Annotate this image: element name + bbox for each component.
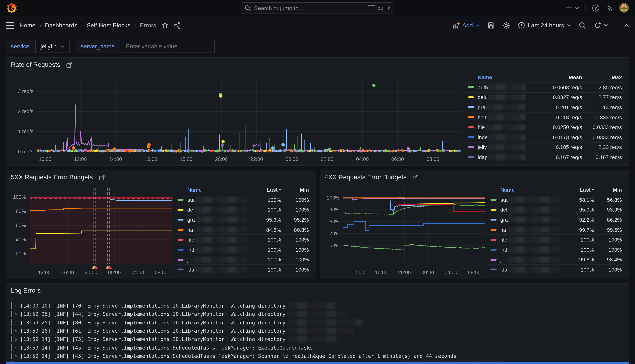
time-range-picker[interactable]: Last 24 hours: [518, 22, 571, 29]
log-level-bar: [11, 344, 13, 351]
legend-row[interactable]: aut100%100%: [175, 195, 311, 205]
chevron-down-icon: [475, 24, 480, 27]
bottom-scroll-indicator[interactable]: [6, 362, 629, 364]
legend-row[interactable]: inde0.0173 req/s0.0333 req/s: [465, 132, 624, 142]
legend-row[interactable]: hle100%100%: [487, 235, 624, 245]
plus-icon: [565, 4, 572, 11]
variable-server-name-input[interactable]: [121, 40, 215, 53]
legend-row[interactable]: ha.t0.118 req/s0.333 req/s: [465, 112, 624, 122]
legend-row[interactable]: hle0.0250 req/s0.0333 req/s: [465, 122, 624, 132]
panel-title: Rate of Requests: [11, 61, 60, 69]
log-expand-caret[interactable]: ›: [15, 303, 17, 309]
log-expand-caret[interactable]: ›: [15, 336, 17, 342]
series-color-chip: [468, 126, 474, 128]
variable-service-value[interactable]: jellyfin: [35, 40, 70, 53]
refresh-button[interactable]: [594, 22, 608, 29]
svg-text:08:00: 08:00: [468, 270, 481, 275]
5xx-error-budget-chart[interactable]: 20%40%60%80%100%12:0016:0020:0000:0004:0…: [7, 184, 175, 277]
external-link-icon[interactable]: [66, 62, 73, 68]
legend-row[interactable]: del95.9%93.9%: [487, 205, 624, 215]
legend-row[interactable]: jell100%100%: [175, 255, 311, 265]
legend-row[interactable]: lda100%100%: [175, 265, 311, 275]
external-link-icon[interactable]: [413, 174, 419, 180]
search-shortcut: ctrl+k: [368, 5, 390, 11]
collapse-chevron-up-icon[interactable]: [624, 24, 629, 27]
avatar[interactable]: [619, 3, 629, 13]
log-expand-caret[interactable]: ›: [15, 344, 17, 350]
log-line[interactable]: ›[13:59:16] [INF] [61] Emby.Server.Imple…: [11, 327, 624, 335]
log-expand-caret[interactable]: ›: [15, 328, 17, 334]
log-expand-caret[interactable]: ›: [15, 353, 17, 359]
svg-text:100%: 100%: [327, 195, 340, 201]
log-line[interactable]: ›[13:59:25] [INF] [44] Emby.Server.Imple…: [11, 310, 624, 318]
panel-header[interactable]: 5XX Requests Error Budgets: [7, 170, 316, 184]
log-text: [13:59:25] [INF] [80] Emby.Server.Implem…: [20, 319, 363, 326]
breadcrumb-folder[interactable]: Self Host Blocks: [87, 22, 130, 29]
legend-row[interactable]: gra95.3%95.2%: [175, 215, 311, 225]
log-expand-caret[interactable]: ›: [15, 319, 17, 325]
rate-legend-table[interactable]: NameMeanMaxauth0.0608 req/s2.85 req/sdel…: [465, 72, 627, 164]
series-color-chip: [178, 219, 184, 221]
legend-row[interactable]: de100%100%: [175, 205, 311, 215]
log-text: [13:59:25] [INF] [44] Emby.Server.Implem…: [20, 311, 349, 318]
zoom-out-icon[interactable]: [579, 22, 586, 29]
panel-header[interactable]: 4XX Requests Error Budgets: [320, 170, 628, 184]
breadcrumb-dashboards[interactable]: Dashboards: [45, 22, 77, 29]
breadcrumb-home[interactable]: Home: [20, 22, 36, 29]
redacted-text: [195, 226, 247, 233]
log-lines: ›[14:00:10] [INF] [70] Emby.Server.Imple…: [7, 298, 628, 364]
legend-row[interactable]: ind100%100%: [487, 245, 624, 255]
legend-row[interactable]: aut58.1%56.8%: [487, 195, 624, 205]
4xx-error-budget-chart[interactable]: 60%70%80%90%100%12:0016:0020:0000:0004:0…: [320, 184, 487, 277]
legend-row[interactable]: auth0.0608 req/s2.85 req/s: [465, 82, 624, 92]
legend-row[interactable]: delu0.0327 req/s2.77 req/s: [465, 92, 624, 102]
external-link-icon[interactable]: [99, 174, 105, 180]
redacted-text: [508, 197, 559, 203]
5xx-legend-table[interactable]: NameLast *Minaut100%100%de100%100%gra95.…: [175, 184, 314, 277]
help-icon[interactable]: ?: [592, 4, 600, 12]
share-icon[interactable]: [174, 22, 181, 29]
news-rss-icon[interactable]: [606, 4, 613, 12]
legend-row[interactable]: jell99.6%98.4%: [487, 255, 624, 265]
panel-header[interactable]: Log Errors: [7, 284, 628, 298]
divider: [585, 4, 586, 12]
variable-service: service jellyfin: [6, 40, 70, 53]
log-line[interactable]: ›[13:59:25] [INF] [80] Emby.Server.Imple…: [11, 318, 624, 327]
search-bar[interactable]: Search or jump to... ctrl+k: [241, 2, 394, 14]
panel-header[interactable]: Rate of Requests: [7, 58, 628, 72]
legend-row[interactable]: lda100%100%: [487, 265, 624, 275]
legend-row[interactable]: ind100%100%: [175, 245, 311, 255]
dashboard-settings-gear-icon[interactable]: [502, 22, 510, 29]
svg-text:16:00: 16:00: [61, 270, 74, 275]
grafana-logo[interactable]: [6, 2, 17, 14]
menu-hamburger-icon[interactable]: [6, 22, 14, 29]
log-line[interactable]: ›[13:59:14] [INF] [45] Emby.Server.Imple…: [11, 343, 624, 352]
log-line[interactable]: ›[13:59:14] [INF] [45] Emby.Server.Imple…: [11, 352, 624, 360]
legend-row[interactable]: ha.84.6%80.8%: [175, 225, 311, 235]
svg-text:16:00: 16:00: [145, 156, 157, 162]
redacted-text: [194, 256, 247, 263]
save-dashboard-icon[interactable]: [487, 22, 495, 29]
new-button[interactable]: [565, 4, 579, 11]
svg-text:1 req/s: 1 req/s: [18, 129, 34, 134]
legend-row[interactable]: gra0.201 req/s1.13 req/s: [465, 102, 624, 112]
breadcrumb-separator: ›: [81, 22, 83, 28]
legend-row[interactable]: ha.99.7%99.6%: [487, 225, 624, 235]
log-line[interactable]: ›[13:59:14] [INF] [75] Emby.Server.Imple…: [11, 335, 624, 343]
breadcrumb-current: Errors: [140, 22, 156, 29]
redacted-text: [508, 226, 559, 233]
svg-text:00:00: 00:00: [108, 270, 121, 275]
legend-row[interactable]: gra92.2%86.2%: [487, 215, 624, 225]
log-expand-caret[interactable]: ›: [15, 311, 17, 317]
legend-row[interactable]: jelly0.185 req/s2.33 req/s: [465, 142, 624, 152]
chevron-down-icon: [61, 45, 65, 48]
rate-of-requests-chart[interactable]: 0 req/s1 req/s2 req/s3 req/s10:0012:0014…: [7, 72, 465, 164]
4xx-legend-table[interactable]: NameLast *Minaut58.1%56.8%del95.9%93.9%g…: [487, 184, 627, 277]
legend-header: NameLast *Min: [175, 184, 311, 195]
add-panel-button[interactable]: Add: [452, 22, 480, 29]
legend-row[interactable]: ldap0.167 req/s0.167 req/s: [465, 152, 624, 162]
legend-row[interactable]: hle100%100%: [175, 235, 311, 245]
log-line[interactable]: ›[14:00:10] [INF] [70] Emby.Server.Imple…: [11, 302, 624, 310]
series-color-chip: [468, 156, 474, 158]
favorite-star-icon[interactable]: [161, 22, 169, 29]
